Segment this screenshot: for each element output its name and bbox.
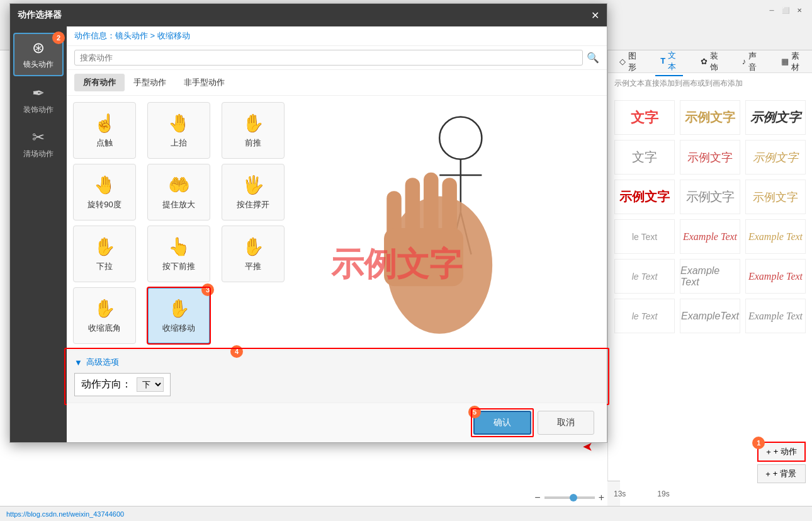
action-item-touch[interactable]: ☝ 点触 — [73, 102, 136, 159]
decor-action-icon: ✒ — [32, 84, 45, 102]
tab-hand-actions[interactable]: 手型动作 — [125, 74, 175, 91]
dialog-content-split: ☝ 点触 🤚 上抬 ✋ 前推 🤚 旋转90 — [67, 96, 607, 350]
advanced-title: 高级选项 — [86, 357, 119, 368]
list-item[interactable]: 示例文字 — [614, 180, 675, 214]
sound-icon: ♪ — [742, 57, 747, 66]
action-item-press-push[interactable]: 👆 按下前推 — [147, 226, 210, 282]
hint-text: 示例文本直接添加到画布或到画布添加 — [608, 73, 812, 94]
list-item[interactable]: le Text — [614, 259, 675, 294]
minimize-button[interactable]: ─ — [767, 5, 777, 15]
tab-sound[interactable]: ♪ 声音 — [737, 50, 764, 76]
zoom-thumb[interactable] — [570, 494, 577, 501]
sidebar-label-lens: 镜头动作 — [23, 59, 54, 70]
tab-text[interactable]: T 文本 — [655, 50, 683, 76]
add-background-button[interactable]: + + 背景 — [757, 464, 806, 483]
action-item-hold-zoom[interactable]: 🤲 提住放大 — [147, 164, 210, 220]
tab-nonhand-actions[interactable]: 非手型动作 — [175, 74, 234, 91]
add-action-button[interactable]: + + 动作 — [757, 442, 806, 462]
list-item[interactable]: 文字 — [614, 100, 675, 135]
list-item[interactable]: le Text — [614, 219, 675, 254]
list-item[interactable]: Example Text — [745, 219, 806, 254]
action-label-uplift: 上抬 — [171, 137, 187, 149]
tab-decor[interactable]: ✿ 装饰 — [696, 50, 725, 76]
list-item[interactable]: ExampleText — [680, 299, 740, 333]
sidebar-label-clear: 清场动作 — [23, 149, 54, 159]
restore-button[interactable]: ⬜ — [781, 5, 791, 15]
dialog-title: 动作选择器 — [18, 9, 62, 21]
list-item[interactable]: 示例文字 — [745, 140, 806, 175]
right-side-panel: ◇ 图形 T 文本 ✿ 装饰 ♪ 声音 ▦ 素材 — [607, 50, 812, 506]
zoom-slider[interactable] — [544, 496, 595, 499]
hand-illustration — [293, 96, 607, 350]
action-item-rotate90[interactable]: 🤚 旋转90度 — [73, 164, 136, 220]
direction-row: 动作方向： 下 上 左 右 — [74, 373, 171, 396]
action-item-push[interactable]: ✋ 前推 — [222, 102, 285, 159]
tab-all-actions[interactable]: 所有动作 — [74, 74, 125, 91]
confirm-button[interactable]: 确认 — [473, 411, 531, 435]
list-item[interactable]: 文字 — [614, 140, 675, 175]
list-item[interactable]: Example Text — [680, 219, 740, 254]
action-item-uplift[interactable]: 🤚 上抬 — [147, 102, 210, 159]
breadcrumb-prefix: 动作信息：镜头动作 > — [74, 30, 155, 42]
search-input[interactable] — [74, 50, 583, 66]
uplift-icon: 🤚 — [168, 113, 190, 134]
preview-panel: 示例文字 — [293, 96, 607, 350]
list-item[interactable]: 示例文字 — [745, 180, 806, 214]
list-item[interactable]: Example Text — [680, 259, 740, 294]
triangle-icon: ▼ — [74, 358, 82, 367]
zoom-bar: − + — [534, 492, 604, 503]
advanced-toggle[interactable]: ▼ 高级选项 — [74, 357, 599, 368]
tab-material[interactable]: ▦ 素材 — [776, 50, 806, 76]
list-item[interactable]: 示例文字 — [680, 180, 740, 214]
right-panel-tabs: ◇ 图形 T 文本 ✿ 装饰 ♪ 声音 ▦ 素材 — [608, 50, 812, 73]
action-item-pulldown[interactable]: ✋ 下拉 — [73, 226, 136, 282]
push-icon: ✋ — [242, 113, 264, 134]
status-url: https://blog.csdn.net/weixin_43744600 — [6, 510, 124, 518]
dialog-body: ⊛ 镜头动作 2 ✒ 装饰动作 ✂ 清场动作 动作信息：镜头动作 > 收缩移动 — [10, 26, 607, 442]
direction-label: 动作方向： — [81, 378, 132, 391]
list-item[interactable]: le Text — [614, 299, 675, 333]
advanced-options: ▼ 高级选项 动作方向： 下 上 左 右 4 — [67, 350, 607, 403]
action-label-shrink-move: 收缩移动 — [162, 323, 195, 334]
shrink-move-icon: ✋ — [168, 298, 190, 319]
sidebar-item-clear-action[interactable]: ✂ 清场动作 — [13, 123, 64, 164]
material-icon: ▦ — [781, 57, 789, 66]
press-push-icon: 👆 — [168, 236, 190, 257]
action-label-flat-push: 平推 — [245, 261, 261, 272]
action-label-shrink-corner: 收缩底角 — [88, 323, 121, 334]
action-label-touch: 点触 — [96, 137, 113, 149]
shrink-move-badge: 3 — [201, 283, 214, 296]
dialog-sidebar: ⊛ 镜头动作 2 ✒ 装饰动作 ✂ 清场动作 — [10, 26, 67, 442]
action-item-flat-push[interactable]: ✋ 平推 — [222, 226, 285, 282]
dialog-main: 动作信息：镜头动作 > 收缩移动 🔍 所有动作 手型动作 非手型动作 — [67, 26, 607, 442]
action-label-press-push: 按下前推 — [162, 261, 195, 272]
sidebar-item-lens-action[interactable]: ⊛ 镜头动作 2 — [13, 33, 64, 76]
breadcrumb-current: 收缩移动 — [157, 30, 190, 42]
close-button[interactable]: ✕ — [794, 5, 804, 15]
action-item-hold-stretch[interactable]: 🖐 按住撑开 — [222, 164, 285, 220]
list-item[interactable]: 示例文字 — [745, 100, 806, 135]
clear-action-icon: ✂ — [32, 129, 45, 146]
confirm-badge: 5 — [468, 406, 481, 418]
list-item[interactable]: Example Text — [745, 259, 806, 294]
lens-icon: ⊛ — [32, 39, 45, 57]
dialog-close-button[interactable]: ✕ — [591, 9, 599, 21]
list-item[interactable]: 示例文字 — [680, 100, 740, 135]
action-item-shrink-corner[interactable]: ✋ 收缩底角 — [73, 287, 136, 344]
sidebar-item-decor-action[interactable]: ✒ 装饰动作 — [13, 79, 64, 120]
tab-shapes[interactable]: ◇ 图形 — [614, 50, 643, 76]
pulldown-icon: ✋ — [94, 236, 116, 257]
action-item-shrink-move[interactable]: ✋ 收缩移动 3 — [147, 287, 210, 344]
add-buttons: + + 动作 1 + + 背景 — [757, 442, 806, 483]
direction-select[interactable]: 下 上 左 右 — [137, 377, 164, 392]
text-icon: T — [660, 56, 665, 66]
dialog: 动作选择器 ✕ ⊛ 镜头动作 2 ✒ 装饰动作 ✂ 清场动作 动作信息：镜头 — [9, 3, 607, 443]
list-item[interactable]: 示例文字 — [680, 140, 740, 175]
preview-text-overlay: 示例文字 — [331, 243, 462, 287]
zoom-plus-icon[interactable]: + — [599, 492, 604, 503]
list-item[interactable]: Example Text — [745, 299, 806, 333]
cancel-button[interactable]: 取消 — [538, 411, 594, 435]
breadcrumb: 动作信息：镜头动作 > 收缩移动 — [67, 26, 607, 46]
dialog-footer: 确认 5 取消 — [67, 403, 607, 442]
zoom-minus-icon[interactable]: − — [534, 492, 540, 503]
